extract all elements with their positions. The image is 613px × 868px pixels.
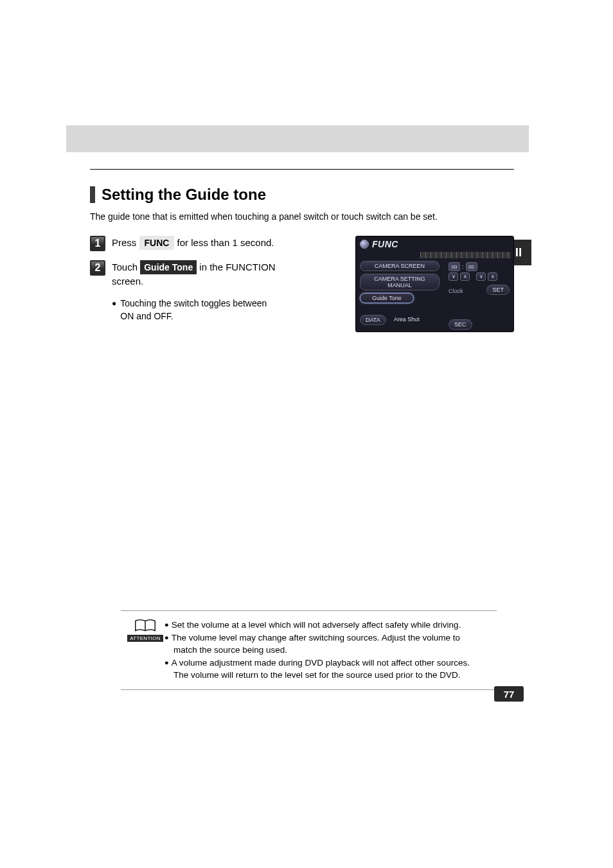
- attention-icon-column: ATTENTION: [126, 619, 164, 682]
- main-content: Setting the Guide tone The guide tone th…: [90, 169, 514, 332]
- sec-row: SEC: [449, 319, 510, 332]
- bullet-icon: ●: [164, 657, 169, 669]
- area-shot-button[interactable]: Area Shot: [389, 315, 425, 325]
- screenshot-title: FUNC: [372, 239, 398, 249]
- step-2: 2 Touch Guide Tone in the FUNCTION scree…: [90, 260, 276, 288]
- screenshot-bottom-row: DATA Area Shot: [360, 315, 425, 328]
- guide-tone-button-label: Guide Tone: [140, 260, 197, 274]
- step-2-wrap: 2 Touch Guide Tone in the FUNCTION scree…: [90, 260, 276, 323]
- attention-line: The volume level may change after switch…: [172, 632, 460, 644]
- step-text-post: for less than 1 second.: [177, 237, 274, 248]
- clock-digits-row: 00 : 00: [449, 262, 510, 271]
- section-title: Setting the Guide tone: [102, 186, 266, 204]
- guide-tone-button[interactable]: Guide Tone: [360, 293, 414, 303]
- screenshot-decor: [360, 252, 511, 258]
- attention-item: ● A volume adjustment made during DVD pl…: [164, 657, 470, 669]
- step-body: Touch Guide Tone in the FUNCTION screen.: [112, 260, 276, 288]
- attention-item: ● The volume level may change after swit…: [164, 632, 470, 644]
- bullet-icon: ●: [112, 297, 116, 323]
- attention-box: ATTENTION ● Set the volume at a level wh…: [121, 610, 497, 690]
- attention-text: ● Set the volume at a level which will n…: [164, 619, 470, 682]
- set-button[interactable]: SET: [486, 285, 510, 295]
- clock-set-row: Clock SET: [449, 285, 510, 297]
- divider: [90, 169, 514, 170]
- bullet-text: Touching the switch toggles between ON a…: [120, 297, 276, 323]
- hour-up-icon[interactable]: ∧: [460, 272, 470, 281]
- attention-line-cont: The volume will return to the level set …: [164, 669, 470, 682]
- attention-line: Set the volume at a level which will not…: [172, 619, 461, 632]
- steps-column: 1 Press FUNC for less than 1 second. 2 T…: [90, 236, 276, 323]
- minute-down-icon[interactable]: ∨: [476, 272, 486, 281]
- data-button[interactable]: DATA: [360, 315, 386, 325]
- screenshot-logo-icon: [360, 240, 369, 249]
- step-bullet: ● Touching the switch toggles between ON…: [112, 297, 276, 323]
- minute-digit: 00: [466, 262, 477, 271]
- clock-label: Clock: [449, 288, 463, 294]
- step-number: 2: [90, 260, 105, 276]
- attention-label: ATTENTION: [127, 635, 163, 642]
- bullet-icon: ●: [164, 632, 169, 644]
- header-gray-bar: [66, 125, 529, 152]
- step-text-pre: Press: [112, 237, 139, 248]
- step-number: 1: [90, 236, 105, 251]
- camera-setting-button[interactable]: CAMERA SETTING MANUAL: [360, 274, 440, 290]
- attention-line-cont: match the source being used.: [164, 644, 470, 657]
- hour-down-icon[interactable]: ∨: [449, 272, 458, 281]
- step-text-pre: Touch: [112, 261, 140, 272]
- two-column-layout: 1 Press FUNC for less than 1 second. 2 T…: [90, 236, 514, 332]
- attention-item: ● Set the volume at a level which will n…: [164, 619, 470, 632]
- screenshot-header: FUNC: [356, 236, 513, 251]
- device-screenshot: FUNC CAMERA SCREEN CAMERA SETTING MANUAL…: [355, 236, 514, 332]
- screenshot-column: FUNC CAMERA SCREEN CAMERA SETTING MANUAL…: [276, 236, 514, 332]
- attention-line: A volume adjustment made during DVD play…: [172, 657, 470, 669]
- colon: :: [462, 263, 464, 270]
- sec-button[interactable]: SEC: [449, 319, 472, 330]
- hour-digit: 00: [449, 262, 460, 271]
- page-number: 77: [494, 686, 524, 702]
- step-body: Press FUNC for less than 1 second.: [112, 236, 274, 250]
- title-accent-bar: [90, 186, 95, 203]
- section-heading: Setting the Guide tone: [90, 186, 514, 204]
- func-button-label: FUNC: [139, 236, 175, 250]
- book-icon: [134, 619, 156, 633]
- bullet-icon: ●: [164, 619, 169, 632]
- step-1: 1 Press FUNC for less than 1 second.: [90, 236, 276, 251]
- screenshot-body: CAMERA SCREEN CAMERA SETTING MANUAL Guid…: [360, 261, 510, 328]
- screenshot-left: CAMERA SCREEN CAMERA SETTING MANUAL Guid…: [360, 261, 443, 328]
- camera-screen-button[interactable]: CAMERA SCREEN: [360, 261, 440, 271]
- minute-up-icon[interactable]: ∧: [488, 272, 497, 281]
- clock-arrows-row: ∨ ∧ ∨ ∧: [449, 272, 510, 281]
- intro-text: The guide tone that is emitted when touc…: [90, 211, 514, 222]
- screenshot-right: 00 : 00 ∨ ∧ ∨ ∧ Clock: [443, 261, 510, 328]
